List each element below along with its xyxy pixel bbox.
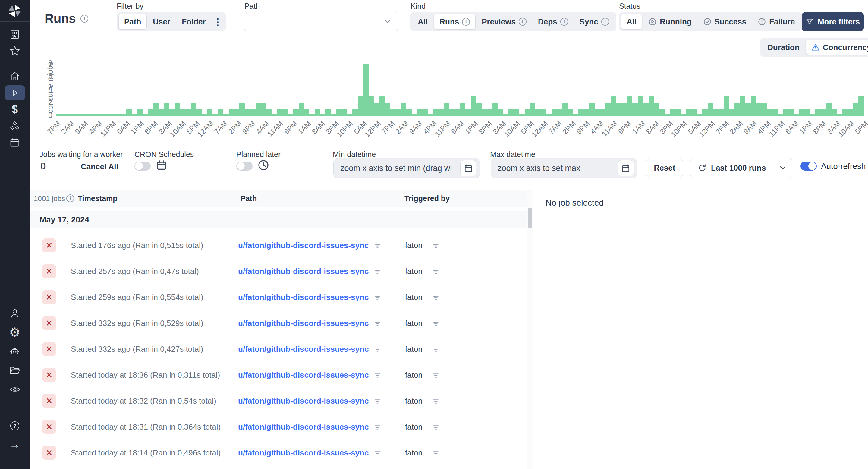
concurrency-bar [342,109,347,116]
kind-sync-info-icon[interactable] [601,18,609,26]
run-path-link[interactable]: u/faton/github-discord-issues-sync [238,319,369,328]
runs-info-icon[interactable] [81,15,88,23]
min-datetime-calendar-button[interactable] [460,160,476,176]
run-path-link[interactable]: u/faton/github-discord-issues-sync [238,241,369,250]
sidebar-item-schedules[interactable] [0,134,30,151]
sidebar-item-favorites[interactable] [0,42,30,59]
duration-tab[interactable]: Duration [762,40,805,55]
planned-clock-icon[interactable] [257,159,270,173]
sidebar-item-runs[interactable] [0,84,30,101]
run-path-link[interactable]: u/faton/github-discord-issues-sync [238,293,369,302]
planned-later-toggle[interactable] [236,162,253,170]
concurrency-bar [455,109,460,116]
status-success-option[interactable]: Success [698,14,752,30]
status-running-option[interactable]: Running [643,14,697,30]
concurrency-chart[interactable] [56,60,864,116]
table-row[interactable]: Started 257s ago (Ran in 0,47s total)u/f… [30,258,527,284]
more-filters-button[interactable]: More filters [802,12,864,31]
filter-by-path-icon[interactable] [374,320,381,329]
status-failure-option[interactable]: Failure [752,14,800,30]
run-path-link[interactable]: u/faton/github-discord-issues-sync [238,267,369,276]
filter-by-user-icon[interactable] [432,372,440,381]
filter-by-path-icon[interactable] [374,242,381,251]
play-icon [9,87,21,99]
auto-refresh-toggle[interactable] [801,162,817,170]
filter-by-user-option[interactable]: User [147,14,176,30]
filter-by-user-icon[interactable] [432,346,440,355]
cron-schedules-toggle[interactable] [134,162,151,170]
kind-runs-info-icon[interactable] [462,18,470,26]
kind-deps-info-icon[interactable] [560,18,568,26]
kind-previews-info-icon[interactable] [519,18,527,26]
filter-by-user-icon[interactable] [432,268,440,277]
min-datetime-input[interactable]: zoom x axis to set min (drag wi [333,158,480,179]
filter-by-user-icon[interactable] [432,242,440,251]
kebab-menu-icon[interactable] [212,17,224,27]
sidebar-item-users[interactable] [0,305,30,322]
path-filter-select[interactable] [244,12,398,31]
concurrency-bar [148,109,153,116]
concurrency-tab[interactable]: Concurrency [806,40,868,55]
filter-by-user-icon[interactable] [432,398,440,407]
status-all-option[interactable]: All [621,14,642,30]
cron-calendar-icon[interactable] [156,159,167,173]
sidebar-item-variables[interactable]: $ [0,101,30,118]
table-row[interactable]: Started today at 18:31 (Ran in 0,364s to… [30,414,527,440]
star-icon [8,44,21,57]
concurrency-bar [815,109,821,116]
filter-by-path-icon[interactable] [374,294,381,303]
table-row[interactable]: Started 332s ago (Ran in 0,529s total)u/… [30,310,527,336]
max-datetime-calendar-button[interactable] [618,160,634,176]
kind-previews-option[interactable]: Previews [476,14,532,30]
run-path-link[interactable]: u/faton/github-discord-issues-sync [238,370,369,380]
refresh-runs-button[interactable]: Last 1000 runs [690,158,773,178]
jobs-count-info-icon[interactable] [66,194,74,202]
kind-runs-option[interactable]: Runs [434,14,475,30]
concurrency-bar [557,109,562,116]
cancel-all-button[interactable]: Cancel All [81,162,119,171]
runs-window-dropdown-button[interactable] [773,158,792,178]
run-path-link[interactable]: u/faton/github-discord-issues-sync [238,396,369,406]
sidebar-item-audit-logs[interactable] [0,381,30,398]
table-row[interactable]: Started 176s ago (Ran in 0,515s total)u/… [30,232,527,258]
filter-by-path-icon[interactable] [374,346,381,355]
sidebar-item-expand[interactable]: → [0,436,30,453]
run-path-link[interactable]: u/faton/github-discord-issues-sync [238,448,369,458]
run-path-link[interactable]: u/faton/github-discord-issues-sync [238,345,369,354]
concurrency-bar [627,96,632,116]
sidebar-item-home[interactable] [0,68,30,84]
filter-by-folder-option[interactable]: Folder [176,14,211,30]
concurrency-bar [229,109,234,116]
filter-by-user-icon[interactable] [432,320,440,329]
sidebar-item-help[interactable]: ? [0,417,30,434]
filter-by-user-icon[interactable] [432,294,440,303]
kind-all-option[interactable]: All [412,14,433,30]
sidebar-item-folders[interactable] [0,362,30,379]
filter-by-path-icon[interactable] [374,449,381,459]
filter-by-user-icon[interactable] [432,424,440,433]
table-row[interactable]: Started today at 18:32 (Ran in 0,54s tot… [30,388,527,414]
max-datetime-input[interactable]: zoom x axis to set max [491,158,637,179]
filter-by-user-icon[interactable] [432,449,440,459]
filter-by-path-icon[interactable] [374,372,381,381]
run-path-link[interactable]: u/faton/github-discord-issues-sync [238,422,369,432]
reset-button[interactable]: Reset [646,158,683,178]
filter-by-path-icon[interactable] [374,268,381,277]
table-row[interactable]: Started today at 18:36 (Ran in 0,311s to… [30,362,527,388]
kind-sync-option[interactable]: Sync [574,14,615,30]
table-row[interactable]: Started 259s ago (Ran in 0,554s total)u/… [30,284,527,310]
concurrency-bar [207,109,213,116]
windmill-logo-icon[interactable] [0,0,30,22]
filter-by-path-option[interactable]: Path [119,14,147,30]
filter-by-path-icon[interactable] [374,424,381,433]
sidebar-item-workspace[interactable] [0,26,30,42]
table-row[interactable]: Started today at 18:14 (Ran in 0,496s to… [30,440,527,466]
table-scrollbar-thumb[interactable] [528,208,532,227]
gear-icon: ⚙ [9,326,21,339]
sidebar-item-settings[interactable]: ⚙ [0,324,30,341]
filter-by-path-icon[interactable] [374,398,381,407]
table-row[interactable]: Started 332s ago (Ran in 0,427s total)u/… [30,336,527,362]
kind-deps-option[interactable]: Deps [532,14,574,30]
sidebar-item-resources[interactable] [0,118,30,134]
sidebar-item-workers[interactable] [0,343,30,359]
